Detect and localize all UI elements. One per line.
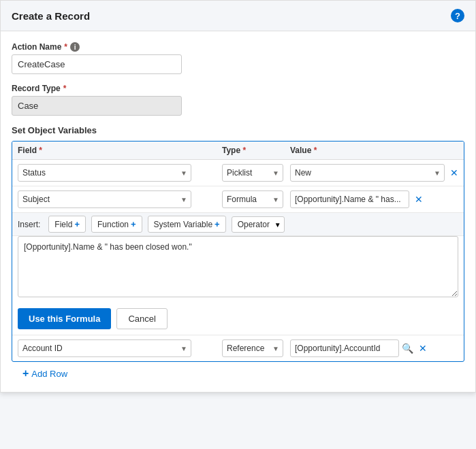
row3-value-input[interactable] — [290, 339, 399, 357]
row2-delete-button[interactable]: ✕ — [415, 195, 423, 204]
row1-value-select[interactable]: New — [290, 164, 445, 182]
action-name-group: Action Name * i — [12, 42, 464, 74]
insert-system-variable-button[interactable]: System Variable + — [148, 216, 226, 233]
row1-type-cell: Picklist ▼ — [222, 164, 290, 182]
modal-header: Create a Record ? — [1, 1, 475, 31]
header-field: Field * — [18, 146, 222, 155]
help-icon[interactable]: ? — [451, 9, 464, 22]
record-type-input — [12, 96, 182, 116]
plus-icon: + — [215, 219, 220, 229]
add-row-button[interactable]: + Add Row — [22, 367, 67, 380]
record-type-label: Record Type * — [12, 84, 464, 93]
row3-field-select[interactable]: Account ID — [18, 339, 191, 357]
action-name-label: Action Name * i — [12, 42, 464, 52]
row2-field-wrapper: Subject ▼ — [18, 190, 191, 208]
formula-buttons: Use this Formula Cancel — [12, 303, 464, 335]
modal-title: Create a Record — [12, 10, 90, 22]
plus-icon: + — [74, 219, 80, 229]
row1-type-select[interactable]: Picklist — [222, 164, 283, 182]
insert-field-button[interactable]: Field + — [48, 216, 86, 233]
required-marker-2: * — [63, 84, 67, 93]
row2-field-cell: Subject ▼ — [18, 190, 222, 208]
row3-field-cell: Account ID ▼ — [18, 339, 222, 357]
row2-field-select[interactable]: Subject — [18, 190, 191, 208]
plus-icon: + — [131, 219, 136, 229]
row1-field-select[interactable]: Status — [18, 164, 191, 182]
row2-type-select[interactable]: Formula — [222, 190, 283, 208]
modal-body: Action Name * i Record Type * Set Object… — [1, 31, 475, 392]
row1-field-wrapper: Status ▼ — [18, 164, 191, 182]
row2-type-cell: Formula ▼ — [222, 190, 290, 208]
operator-wrapper: Operator ▼ — [232, 216, 285, 233]
cancel-button[interactable]: Cancel — [116, 308, 167, 329]
header-value: Value * — [290, 146, 458, 155]
record-type-group: Record Type * — [12, 84, 464, 116]
formula-row: Subject ▼ Formula ▼ — [12, 186, 464, 335]
operator-select[interactable]: Operator — [232, 216, 285, 233]
formula-textarea[interactable]: [Opportunity].Name & " has been closed w… — [18, 236, 458, 297]
row3-type-wrapper: Reference ▼ — [222, 339, 283, 357]
row3-type-select[interactable]: Reference — [222, 339, 283, 357]
action-name-input[interactable] — [12, 54, 182, 74]
row1-field-cell: Status ▼ — [18, 164, 222, 182]
plus-icon: + — [22, 367, 29, 380]
add-row-section: + Add Row — [12, 362, 464, 385]
header-type: Type * — [222, 146, 290, 155]
row3-value-cell: 🔍 ✕ — [290, 339, 458, 357]
info-icon[interactable]: i — [70, 42, 80, 52]
row1-value-cell: New ▼ ✕ — [290, 164, 458, 182]
insert-function-button[interactable]: Function + — [91, 216, 142, 233]
row3-field-wrapper: Account ID ▼ — [18, 339, 191, 357]
row2-value-cell: [Opportunity].Name & " has... ✕ — [290, 190, 458, 208]
insert-label: Insert: — [18, 220, 40, 229]
row1-type-wrapper: Picklist ▼ — [222, 164, 283, 182]
table-row: Status ▼ Picklist ▼ — [12, 160, 464, 186]
table-header: Field * Type * Value * — [12, 142, 464, 160]
row2-type-wrapper: Formula ▼ — [222, 190, 283, 208]
row3-delete-button[interactable]: ✕ — [419, 344, 427, 353]
row1-delete-button[interactable]: ✕ — [450, 168, 458, 178]
formula-top: Subject ▼ Formula ▼ — [12, 186, 464, 212]
row3-type-cell: Reference ▼ — [222, 339, 290, 357]
table-row: Account ID ▼ Reference ▼ 🔍 — [12, 335, 464, 361]
use-formula-button[interactable]: Use this Formula — [18, 308, 111, 329]
required-marker: * — [64, 42, 67, 52]
row1-value-wrapper: New ▼ — [290, 164, 445, 182]
row2-value-text: [Opportunity].Name & " has... — [290, 190, 409, 208]
create-record-modal: Create a Record ? Action Name * i Record… — [0, 0, 476, 393]
variables-table: Field * Type * Value * Status — [12, 141, 464, 362]
insert-row: Insert: Field + Function + System Variab… — [12, 212, 464, 236]
search-icon[interactable]: 🔍 — [402, 343, 413, 354]
section-title: Set Object Variables — [12, 125, 464, 135]
